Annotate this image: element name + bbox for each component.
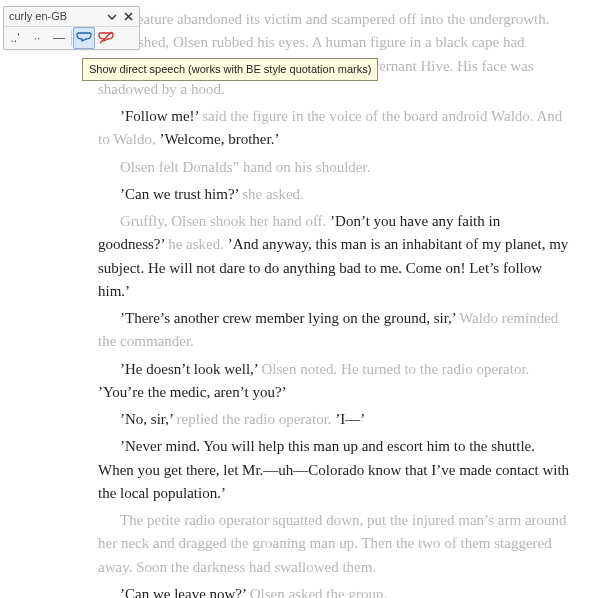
- paragraph: ’Follow me!’ said the figure in the voic…: [98, 105, 570, 152]
- direct-speech: ’You’re the medic, aren’t you?’: [98, 384, 287, 400]
- paragraph: ’Can we trust him?’ she asked.: [98, 183, 570, 206]
- toolbar: curly en-GB ..' ·· —: [3, 6, 140, 50]
- narration: Olsen asked the group.: [250, 586, 387, 598]
- direct-speech: ’Follow me!’: [120, 108, 202, 124]
- paragraph: ’There’s another crew member lying on th…: [98, 307, 570, 354]
- tooltip: Show direct speech (works with BE style …: [82, 58, 378, 81]
- paragraph: ’Can we leave now?’ Olsen asked the grou…: [98, 583, 570, 598]
- paragraph: Olsen felt Donalds” hand on his shoulder…: [98, 156, 570, 179]
- narration: he asked.: [168, 236, 228, 252]
- narration: she asked.: [242, 186, 304, 202]
- direct-speech: ’I—’: [335, 411, 365, 427]
- direct-speech: ’Can we trust him?’: [120, 186, 242, 202]
- toolbar-title: curly en-GB: [7, 8, 104, 25]
- narration: Olsen noted. He turned to the radio oper…: [262, 361, 530, 377]
- direct-speech: ’Welcome, brother.’: [159, 131, 279, 147]
- narration: The petite radio operator squatted down,…: [98, 512, 567, 575]
- document-text: The creature abandoned its victim and sc…: [98, 0, 588, 598]
- paragraph: The creature abandoned its victim and sc…: [98, 8, 570, 101]
- show-direct-speech-button[interactable]: [73, 27, 95, 49]
- direct-speech: ’There’s another crew member lying on th…: [120, 310, 459, 326]
- paragraph: ’He doesn’t look well,’ Olsen noted. He …: [98, 358, 570, 405]
- dots-button[interactable]: ··: [26, 27, 48, 49]
- dash-button[interactable]: —: [48, 27, 70, 49]
- paragraph: Gruffly, Olsen shook her hand off. ’Don’…: [98, 210, 570, 303]
- hide-direct-speech-button[interactable]: [95, 27, 117, 49]
- narration: replied the radio operator.: [177, 411, 336, 427]
- direct-speech: ’No, sir,’: [120, 411, 177, 427]
- close-icon[interactable]: [120, 9, 136, 25]
- paragraph: ’Never mind. You will help this man up a…: [98, 435, 570, 505]
- dotquote-button[interactable]: ..': [4, 27, 26, 49]
- narration: Gruffly, Olsen shook her hand off.: [120, 213, 330, 229]
- toolbar-buttons: ..' ·· —: [4, 27, 139, 49]
- narration: Olsen felt Donalds” hand on his shoulder…: [120, 159, 370, 175]
- toolbar-header: curly en-GB: [4, 7, 139, 27]
- minimize-icon[interactable]: [104, 9, 120, 25]
- direct-speech: ’Can we leave now?’: [120, 586, 250, 598]
- direct-speech: ’Never mind. You will help this man up a…: [98, 438, 569, 501]
- separator: [71, 30, 72, 46]
- narration: The creature abandoned its victim and sc…: [98, 11, 549, 97]
- direct-speech: ’He doesn’t look well,’: [120, 361, 262, 377]
- paragraph: The petite radio operator squatted down,…: [98, 509, 570, 579]
- paragraph: ’No, sir,’ replied the radio operator. ’…: [98, 408, 570, 431]
